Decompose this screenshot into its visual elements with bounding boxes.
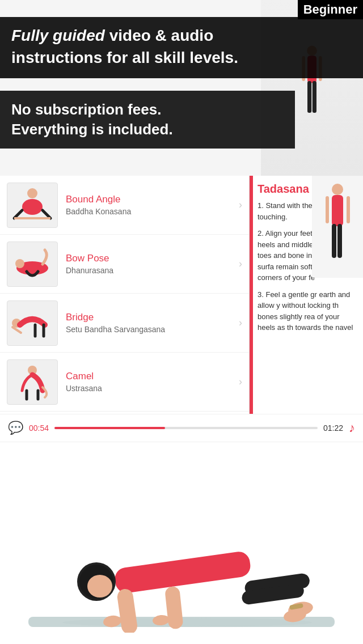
beginner-label: Beginner — [303, 2, 357, 16]
svg-line-8 — [14, 210, 22, 218]
pose-sanskrit-bridge: Setu Bandha Sarvangasana — [66, 325, 234, 334]
svg-rect-22 — [332, 224, 336, 258]
audio-progress-fill — [54, 427, 165, 429]
svg-rect-23 — [337, 224, 342, 258]
promo-italic: Fully guided — [11, 27, 105, 44]
middle-section: Bound Angle Baddha Konasana › Bow Pose D… — [0, 176, 363, 414]
audio-progress-bar[interactable] — [54, 427, 318, 429]
svg-point-20 — [332, 184, 343, 195]
promo-banner: Fully guided video & audio instructions … — [0, 17, 363, 78]
chevron-right-icon: › — [239, 199, 242, 211]
svg-point-6 — [27, 188, 37, 198]
instructions-panel: Tadasana 1. Stand with the feet touching… — [253, 176, 363, 414]
pose-sanskrit-bound-angle: Baddha Konasana — [66, 207, 234, 216]
pose-thumb-bridge — [7, 300, 58, 346]
bow-pose-figure — [10, 244, 55, 284]
no-sub-line2: Everything is included. — [11, 121, 173, 138]
instruction-step-3: 3. Feel a gentle gr earth and allow y wi… — [258, 289, 358, 333]
pose-item-camel[interactable]: Camel Ustrasana › — [0, 353, 249, 412]
pose-info-bridge: Bridge Setu Bandha Sarvangasana — [66, 312, 234, 334]
pose-list: Bound Angle Baddha Konasana › Bow Pose D… — [0, 176, 250, 414]
svg-line-9 — [43, 210, 50, 218]
svg-point-12 — [15, 259, 24, 268]
pose-info-camel: Camel Ustrasana — [66, 371, 234, 393]
pose-item-bridge[interactable]: Bridge Setu Bandha Sarvangasana › — [0, 294, 249, 353]
promo-line1: Fully guided video & audio — [11, 26, 352, 45]
pose-item-bow-pose[interactable]: Bow Pose Dhanurasana › — [0, 235, 249, 294]
svg-point-7 — [22, 199, 43, 215]
svg-rect-21 — [332, 195, 343, 226]
pose-name-bridge: Bridge — [66, 312, 234, 323]
pose-sanskrit-bow-pose: Dhanurasana — [66, 266, 234, 275]
svg-line-16 — [12, 327, 21, 333]
svg-point-26 — [62, 618, 312, 627]
no-sub-text: No subscription fees. Everything is incl… — [11, 100, 284, 139]
audio-player-bar: 💬 00:54 01:22 ♪ — [0, 414, 363, 442]
camel-figure — [10, 362, 55, 402]
pose-name-bow-pose: Bow Pose — [66, 253, 234, 264]
pose-info-bound-angle: Bound Angle Baddha Konasana — [66, 194, 234, 216]
pose-item-bound-angle[interactable]: Bound Angle Baddha Konasana › — [0, 176, 249, 235]
beginner-badge: Beginner — [298, 0, 363, 19]
chevron-right-icon-4: › — [239, 376, 242, 388]
pose-name-bound-angle: Bound Angle — [66, 194, 234, 205]
chevron-right-icon-3: › — [239, 317, 242, 329]
current-time: 00:54 — [29, 423, 49, 433]
chevron-right-icon-2: › — [239, 258, 242, 270]
top-section: Beginner Fully guided video & audio inst… — [0, 0, 363, 176]
instructions-yoga-figure — [322, 181, 353, 272]
bound-angle-figure — [10, 185, 55, 225]
promo-line2: instructions for all skill levels. — [11, 48, 352, 68]
right-standing-figure-area — [312, 176, 363, 278]
pose-thumb-bound-angle — [7, 183, 58, 228]
music-icon[interactable]: ♪ — [349, 421, 355, 435]
total-time: 01:22 — [323, 423, 343, 433]
svg-point-34 — [87, 575, 112, 598]
video-section — [0, 442, 363, 644]
svg-rect-24 — [326, 196, 329, 223]
bridge-figure — [10, 303, 55, 343]
svg-rect-31 — [113, 550, 252, 595]
no-subscription-banner: No subscription fees. Everything is incl… — [0, 91, 295, 149]
svg-rect-25 — [347, 196, 350, 223]
pose-thumb-bow-pose — [7, 242, 58, 287]
pose-info-bow-pose: Bow Pose Dhanurasana — [66, 253, 234, 275]
plank-pose-figure — [28, 463, 346, 633]
no-sub-line1: No subscription fees. — [11, 101, 161, 118]
svg-rect-3 — [313, 81, 316, 113]
chat-icon[interactable]: 💬 — [8, 421, 23, 435]
promo-rest: video & audio — [105, 27, 213, 44]
svg-rect-2 — [307, 81, 311, 113]
pose-thumb-camel — [7, 359, 58, 405]
pose-sanskrit-camel: Ustrasana — [66, 384, 234, 393]
pose-name-camel: Camel — [66, 371, 234, 382]
